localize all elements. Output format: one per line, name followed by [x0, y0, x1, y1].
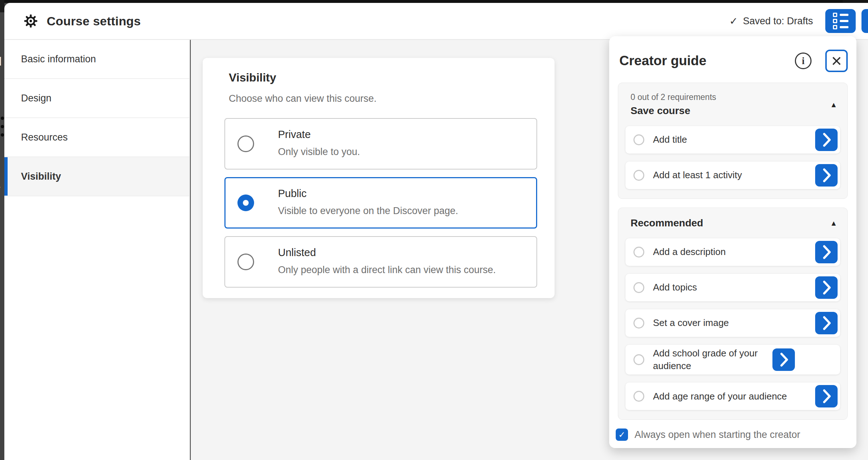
option-description: Visible to everyone on the Discover page… — [278, 204, 458, 218]
option-label: Unlisted — [278, 247, 496, 259]
chevron-right-icon — [772, 348, 795, 371]
header-title-group: Course settings — [24, 3, 141, 39]
radio-private[interactable] — [237, 135, 254, 152]
collapse-arrow-icon[interactable]: ▲ — [830, 100, 837, 109]
close-icon[interactable]: × — [825, 50, 848, 72]
todo-circle-icon — [633, 318, 644, 329]
go-button[interactable] — [815, 129, 838, 151]
recommended-group-header: Recommended ▲ — [625, 217, 840, 229]
go-button[interactable] — [772, 348, 795, 371]
sidebar-item-design[interactable]: Design — [4, 79, 189, 118]
course-outline-button[interactable] — [825, 9, 856, 33]
background-page-fragment: d — [0, 54, 4, 68]
todo-circle-icon — [633, 391, 644, 402]
recommended-group: Recommended ▲ Add a description Add topi… — [618, 208, 848, 420]
visibility-option-public[interactable]: Public Visible to everyone on the Discov… — [224, 177, 537, 229]
background-page-fragment: e — [0, 181, 4, 193]
option-label: Private — [278, 129, 360, 141]
radio-unlisted[interactable] — [237, 254, 254, 270]
option-description: Only people with a direct link can view … — [278, 263, 496, 277]
todo-circle-icon — [633, 134, 644, 145]
guide-item-label: Add topics — [653, 281, 815, 294]
sidebar-item-label: Basic information — [21, 54, 96, 65]
todo-circle-icon — [633, 247, 644, 258]
chevron-right-icon — [815, 276, 838, 299]
option-description: Only visible to you. — [278, 145, 360, 159]
save-status-label: Saved to: Drafts — [743, 16, 813, 27]
sidebar-item-label: Resources — [21, 132, 68, 143]
chevron-right-icon — [815, 312, 838, 334]
go-button[interactable] — [815, 312, 838, 334]
go-button[interactable] — [815, 385, 838, 407]
radio-public-selected[interactable] — [237, 195, 254, 211]
go-button[interactable] — [815, 276, 838, 299]
sidebar-item-label: Design — [21, 93, 51, 104]
sidebar-item-basic-information[interactable]: Basic information — [4, 40, 189, 79]
header-actions: ✓ Saved to: Drafts — [729, 3, 868, 39]
sidebar-item-resources[interactable]: Resources — [4, 118, 189, 157]
group-title: Recommended — [631, 217, 835, 229]
guide-item-label: Add at least 1 activity — [653, 169, 815, 181]
creator-guide-header: Creator guide i × — [618, 49, 848, 72]
guide-item-add-description[interactable]: Add a description — [625, 238, 840, 266]
info-icon[interactable]: i — [795, 53, 812, 69]
check-icon: ✓ — [729, 15, 738, 27]
option-text: Public Visible to everyone on the Discov… — [278, 188, 458, 218]
guide-item-label: Set a cover image — [653, 317, 815, 329]
page-behind-corner — [0, 0, 4, 12]
chevron-right-icon — [815, 385, 838, 407]
visibility-option-private[interactable]: Private Only visible to you. — [224, 118, 537, 170]
card-title: Visibility — [229, 71, 537, 84]
collapse-arrow-icon[interactable]: ▲ — [830, 219, 837, 227]
save-status: ✓ Saved to: Drafts — [729, 15, 813, 27]
sidebar-item-label: Visibility — [21, 171, 61, 182]
checklist-icon — [833, 13, 848, 29]
visibility-card: Visibility Choose who can view this cour… — [203, 58, 555, 298]
group-title: Save course — [631, 105, 835, 117]
requirements-count: 0 out of 2 requirements — [631, 92, 835, 102]
header-action-button-clipped[interactable] — [861, 9, 868, 33]
chevron-right-icon — [815, 129, 838, 151]
option-label: Public — [278, 188, 458, 200]
guide-item-label: Add a description — [653, 246, 815, 258]
go-button[interactable] — [815, 241, 838, 263]
requirements-group-header: 0 out of 2 requirements Save course ▲ — [625, 92, 840, 117]
todo-circle-icon — [633, 282, 644, 293]
guide-item-set-cover-image[interactable]: Set a cover image — [625, 309, 840, 337]
todo-circle-icon — [633, 170, 644, 181]
page-behind-top-strip — [0, 0, 868, 3]
chevron-right-icon — [815, 164, 838, 187]
option-text: Private Only visible to you. — [278, 129, 360, 159]
background-page-fragment-dots — [1, 117, 4, 137]
todo-circle-icon — [633, 354, 644, 365]
always-open-row: ✓ Always open when starting the creator — [616, 428, 848, 441]
sidebar-item-visibility[interactable]: Visibility — [4, 157, 189, 196]
gear-icon — [24, 14, 37, 28]
guide-item-add-school-grade[interactable]: Add school grade of your audience — [625, 345, 840, 375]
visibility-options: Private Only visible to you. Public Visi… — [224, 118, 537, 288]
chevron-right-icon — [815, 241, 838, 263]
settings-sidebar: Basic information Design Resources Visib… — [4, 40, 190, 460]
course-settings-header: Course settings ✓ Saved to: Drafts — [4, 3, 868, 40]
guide-item-add-topics[interactable]: Add topics — [625, 274, 840, 301]
visibility-option-unlisted[interactable]: Unlisted Only people with a direct link … — [224, 236, 537, 288]
option-text: Unlisted Only people with a direct link … — [278, 247, 496, 277]
requirements-group: 0 out of 2 requirements Save course ▲ Ad… — [618, 83, 848, 199]
page-title: Course settings — [47, 14, 141, 28]
always-open-checkbox[interactable]: ✓ — [616, 428, 628, 441]
creator-guide-panel: Creator guide i × 0 out of 2 requirement… — [609, 36, 856, 448]
screen: d e Course settings ✓ Saved to: Drafts — [0, 0, 868, 460]
card-subtitle: Choose who can view this course. — [229, 93, 537, 104]
guide-item-label: Add title — [653, 133, 815, 146]
always-open-label: Always open when starting the creator — [635, 429, 800, 440]
guide-item-add-title[interactable]: Add title — [625, 126, 840, 154]
guide-item-label: Add school grade of your audience — [653, 347, 772, 372]
guide-item-label: Add age range of your audience — [653, 390, 815, 403]
creator-guide-title: Creator guide — [619, 53, 795, 68]
guide-item-add-activity[interactable]: Add at least 1 activity — [625, 162, 840, 189]
guide-item-add-age-range[interactable]: Add age range of your audience — [625, 382, 840, 410]
go-button[interactable] — [815, 164, 838, 187]
